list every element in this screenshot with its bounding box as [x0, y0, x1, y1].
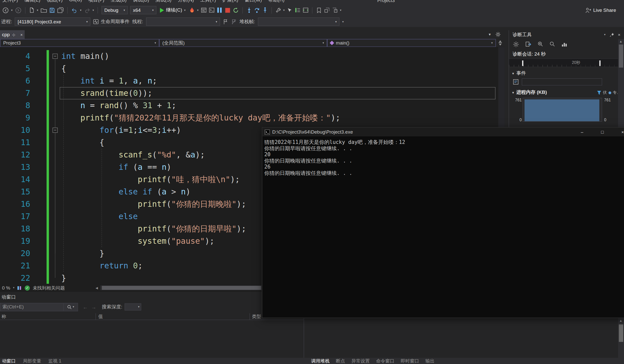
code-line[interactable]: if (a == n)	[119, 161, 171, 173]
navigate-back-dropdown-icon[interactable]: ▾	[11, 9, 13, 12]
continue-dropdown-icon[interactable]: ▾	[184, 9, 186, 12]
filter-funnel-icon[interactable]	[597, 91, 601, 95]
column-separator[interactable]	[95, 313, 96, 320]
menu-item[interactable]: 帮助(H)	[268, 0, 284, 4]
menu-item[interactable]: 测试(S)	[155, 0, 171, 4]
close-tab-icon[interactable]: ×	[20, 32, 23, 37]
debug-options-icon[interactable]	[275, 6, 281, 14]
zoom-dropdown-icon[interactable]: ▾	[13, 286, 15, 290]
code-line[interactable]: n = rand() % 31 + 1;	[80, 99, 176, 112]
bookmark-icon[interactable]	[316, 6, 322, 14]
stop-debugging-icon[interactable]	[225, 6, 230, 14]
menu-item[interactable]: 文件(F)	[2, 0, 18, 4]
pin-window-icon[interactable]	[609, 32, 614, 37]
code-line[interactable]: {	[99, 136, 104, 149]
save-icon[interactable]	[49, 6, 55, 14]
diagnostics-window-icon[interactable]	[201, 6, 206, 14]
column-name[interactable]: 称	[2, 314, 6, 320]
scroll-left-icon[interactable]: ◀	[95, 286, 98, 290]
close-window-icon[interactable]: ×	[618, 32, 620, 37]
show-next-statement-icon[interactable]	[287, 6, 293, 14]
code-line[interactable]: printf("哇，猜中啦\n");	[138, 173, 240, 186]
menu-item[interactable]: 工具(T)	[200, 0, 216, 4]
save-all-icon[interactable]	[57, 6, 64, 14]
solution-platform-combo[interactable]: x64 ▾	[130, 6, 156, 14]
solution-configuration-combo[interactable]: Debug ▾	[101, 6, 128, 14]
timeline-chart-icon[interactable]	[562, 42, 567, 47]
navigate-forward-icon[interactable]	[15, 6, 21, 14]
tab-immediate-window[interactable]: 即时窗口	[401, 358, 419, 364]
search-depth-combo[interactable]: ▾	[125, 303, 141, 310]
horizontal-scrollbar-thumb[interactable]	[102, 286, 261, 290]
menu-item[interactable]: 视图(V)	[47, 0, 62, 4]
collapse-expander-icon[interactable]: ▾	[512, 91, 514, 95]
code-line[interactable]: int main()	[61, 50, 109, 62]
code-line[interactable]: printf("你猜的日期早啦");	[138, 223, 246, 235]
tab-autos[interactable]: 动窗口	[2, 358, 16, 364]
unflag-threads-icon[interactable]	[231, 18, 237, 26]
code-line[interactable]: system("pause");	[138, 235, 215, 247]
step-into-icon[interactable]	[246, 6, 252, 14]
new-file-icon[interactable]	[29, 6, 34, 14]
document-tab-cpp[interactable]: cpp ⊹ ×	[0, 30, 25, 39]
toolbar-overflow-icon[interactable]: ▾	[340, 9, 341, 12]
restart-icon[interactable]	[233, 6, 239, 14]
search-next-icon[interactable]: →	[91, 304, 96, 310]
column-type[interactable]: 类型	[252, 314, 261, 320]
code-line[interactable]: }	[99, 247, 104, 260]
console-titlebar[interactable]: D:\C\Project3\x64\Debug\Project3.exe – □…	[262, 128, 624, 136]
events-section-header[interactable]: ▾ 事件	[512, 70, 526, 77]
menu-item[interactable]: 编辑(E)	[24, 0, 40, 4]
toolbar-overflow-icon[interactable]: ▾	[342, 20, 344, 23]
search-button[interactable]: ▾	[64, 303, 78, 311]
tab-exception-settings[interactable]: 异常设置	[351, 358, 370, 364]
hot-reload-icon[interactable]	[189, 6, 195, 14]
continue-button[interactable]: 继续(C) ▾	[159, 7, 187, 14]
maximize-button[interactable]: □	[593, 128, 611, 136]
output-window-icon[interactable]	[209, 6, 214, 14]
flag-threads-icon[interactable]	[223, 18, 228, 26]
menu-item[interactable]: 生成(B)	[111, 0, 126, 4]
menu-item[interactable]: 扩展(X)	[222, 0, 238, 4]
tab-breakpoints[interactable]: 断点	[336, 358, 345, 364]
events-timeline-track[interactable]	[522, 78, 602, 85]
redo-icon[interactable]	[84, 6, 90, 14]
column-separator[interactable]	[250, 313, 250, 320]
navigate-back-icon[interactable]	[2, 6, 9, 14]
process-combo[interactable]: [41180] Project3.exe ▾	[15, 18, 90, 26]
call-stack-scrollbar[interactable]: ▲	[618, 318, 624, 358]
code-line[interactable]: srand(time(0));	[80, 87, 152, 99]
break-all-icon[interactable]	[217, 6, 222, 14]
pin-tab-icon[interactable]: ⊹	[12, 32, 15, 37]
stack-frame-combo[interactable]: ▾	[258, 18, 339, 26]
lifecycle-events-button[interactable]: 生命周期事件	[93, 18, 129, 25]
member-dropdown[interactable]: main() ▾	[327, 39, 496, 47]
tab-watch1[interactable]: 监视 1	[48, 358, 61, 364]
undo-dropdown-icon[interactable]: ▾	[80, 9, 82, 12]
menu-item[interactable]: 调试(D)	[133, 0, 149, 4]
timeline-range-start-handle[interactable]	[522, 60, 523, 66]
split-editor-handle[interactable]	[497, 39, 504, 47]
step-out-icon[interactable]	[262, 6, 268, 14]
tab-locals[interactable]: 局部变量	[23, 358, 41, 364]
close-button[interactable]: ×	[614, 128, 624, 136]
console-window[interactable]: D:\C\Project3\x64\Debug\Project3.exe – □…	[262, 127, 624, 318]
code-line[interactable]: int i = 1, a, n;	[80, 75, 157, 87]
menu-item[interactable]: 窗口(W)	[245, 0, 262, 4]
show-threads-icon[interactable]	[295, 6, 301, 14]
document-list-dropdown-icon[interactable]: ▾	[489, 32, 491, 36]
code-line[interactable]: for(i=1;i<=3;i++)	[99, 124, 181, 136]
session-timeline[interactable]: 20秒	[509, 58, 624, 67]
project-dropdown[interactable]: Project3 ▾	[0, 39, 159, 47]
tab-options-gear-icon[interactable]	[496, 32, 501, 37]
create-report-icon[interactable]	[525, 41, 531, 47]
collapse-expander-icon[interactable]: ▾	[512, 71, 514, 75]
scroll-up-icon[interactable]: ▲	[619, 40, 622, 43]
code-line[interactable]: return 0;	[99, 260, 143, 272]
hot-reload-dropdown-icon[interactable]: ▾	[197, 9, 199, 12]
zoom-level[interactable]: 0 %	[2, 285, 10, 291]
open-file-icon[interactable]	[41, 6, 47, 14]
scrollbar-thumb[interactable]	[619, 325, 623, 342]
menu-item[interactable]: 分析(N)	[178, 0, 194, 4]
watch-search-input[interactable]: 索(Ctrl+E)	[0, 303, 64, 311]
